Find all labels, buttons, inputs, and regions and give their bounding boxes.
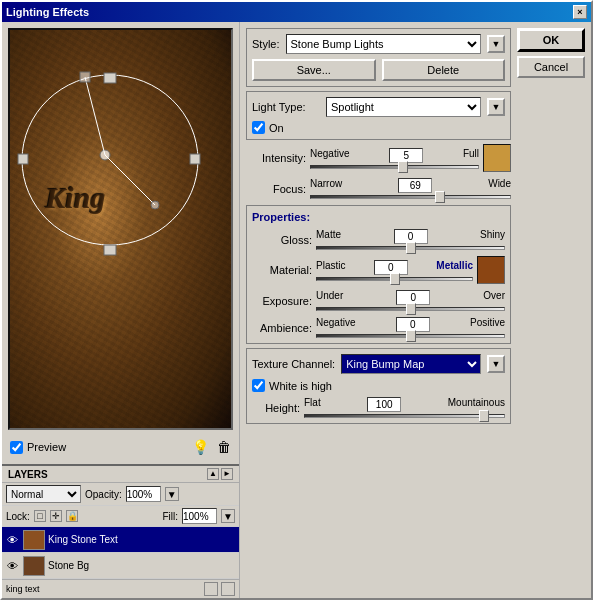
on-label: On [269, 122, 284, 134]
ambience-thumb[interactable] [406, 330, 416, 342]
lock-move[interactable]: ✛ [50, 510, 62, 522]
svg-point-7 [151, 201, 159, 209]
layers-lock-row: Lock: □ ✛ 🔒 Fill: ▼ [2, 506, 239, 527]
style-select[interactable]: Stone Bump Lights [286, 34, 481, 54]
layers-title: LAYERS [8, 469, 48, 480]
height-thumb[interactable] [479, 410, 489, 422]
lock-all[interactable]: 🔒 [66, 510, 78, 522]
layers-bottom-bar: king text [2, 579, 239, 598]
gloss-label: Gloss: [252, 234, 312, 246]
ok-button[interactable]: OK [517, 28, 585, 52]
white-high-label: White is high [269, 380, 332, 392]
add-light-icon[interactable]: 💡 [192, 439, 209, 455]
style-controls: Style: Stone Bump Lights ▼ Save... Delet… [246, 28, 511, 424]
fill-arrow[interactable]: ▼ [221, 509, 235, 523]
title-bar: Lighting Effects × [2, 2, 591, 22]
opacity-label: Opacity: [85, 489, 122, 500]
lock-pixel[interactable]: □ [34, 510, 46, 522]
focus-slider[interactable] [310, 195, 511, 199]
layer-row-stone-bg[interactable]: 👁 Stone Bg [2, 553, 239, 579]
layer-eye-1[interactable]: 👁 [4, 534, 20, 546]
layer-name-1: King Stone Text [48, 534, 118, 545]
opacity-arrow[interactable]: ▼ [165, 487, 179, 501]
layer-thumb-2 [23, 556, 45, 576]
texture-channel-label: Texture Channel: [252, 358, 335, 370]
fill-input[interactable] [182, 508, 217, 524]
right-panel: Style: Stone Bump Lights ▼ Save... Delet… [240, 22, 591, 598]
layers-delete-btn[interactable] [221, 582, 235, 596]
height-slider[interactable] [304, 414, 505, 418]
focus-label: Focus: [246, 183, 306, 195]
layers-bottom-label: king text [6, 584, 40, 594]
close-button[interactable]: × [573, 5, 587, 19]
layer-row-king-stone[interactable]: 👁 King Stone Text [2, 527, 239, 553]
focus-row: Focus: Narrow Wide [246, 178, 511, 199]
height-value[interactable] [367, 397, 401, 412]
gloss-slider[interactable] [316, 246, 505, 250]
material-right: Metallic [436, 260, 473, 275]
gloss-row: Gloss: Matte Shiny [252, 229, 505, 250]
save-button[interactable]: Save... [252, 59, 376, 81]
height-mountainous-label: Mountainous [448, 397, 505, 412]
preview-toolbar: Preview 💡 🗑 [8, 436, 233, 458]
intensity-thumb[interactable] [398, 161, 408, 173]
texture-arrow[interactable]: ▼ [487, 355, 505, 373]
texture-channel-select[interactable]: King Bump Map [341, 354, 481, 374]
style-dropdown-arrow[interactable]: ▼ [487, 35, 505, 53]
properties-label: Properties: [252, 211, 505, 223]
style-section: Style: Stone Bump Lights ▼ Save... Delet… [246, 28, 511, 87]
preview-checkbox[interactable] [10, 441, 23, 454]
preview-label: Preview [27, 441, 66, 453]
top-section: Style: Stone Bump Lights ▼ Save... Delet… [246, 28, 585, 424]
layers-panel: LAYERS ▲ ► Normal Opacity: ▼ [2, 464, 239, 598]
fill-label: Fill: [162, 511, 178, 522]
ambience-slider[interactable] [316, 334, 505, 338]
exposure-row: Exposure: Under Over [252, 290, 505, 311]
layer-thumb-1 [23, 530, 45, 550]
material-row: Material: Plastic Metallic [252, 256, 505, 284]
window-title: Lighting Effects [6, 6, 89, 18]
material-label: Material: [252, 264, 312, 276]
delete-light-icon[interactable]: 🗑 [217, 439, 231, 455]
white-high-checkbox[interactable] [252, 379, 265, 392]
intensity-slider[interactable] [310, 165, 479, 169]
white-high-row: White is high [252, 379, 505, 392]
opacity-input[interactable] [126, 486, 161, 502]
ambience-left: Negative [316, 317, 355, 332]
svg-rect-2 [104, 245, 116, 255]
height-label: Height: [252, 402, 300, 414]
height-row: Height: Flat Mountainous [252, 397, 505, 418]
layer-name-2: Stone Bg [48, 560, 89, 571]
intensity-label: Intensity: [246, 152, 306, 164]
layers-header: LAYERS ▲ ► [2, 466, 239, 483]
layer-eye-2[interactable]: 👁 [4, 560, 20, 572]
light-type-select[interactable]: Spotlight [326, 97, 481, 117]
material-color-swatch[interactable] [477, 256, 505, 284]
gloss-left: Matte [316, 229, 341, 244]
cancel-button[interactable]: Cancel [517, 56, 585, 78]
exposure-left: Under [316, 290, 343, 305]
light-type-arrow[interactable]: ▼ [487, 98, 505, 116]
focus-value[interactable] [398, 178, 432, 193]
light-type-section: Light Type: Spotlight ▼ On [246, 91, 511, 140]
material-thumb[interactable] [390, 273, 400, 285]
material-slider[interactable] [316, 277, 473, 281]
svg-line-6 [105, 155, 155, 205]
exposure-slider[interactable] [316, 307, 505, 311]
delete-button[interactable]: Delete [382, 59, 506, 81]
lighting-effects-window: Lighting Effects × King [0, 0, 593, 600]
preview-canvas: King [8, 28, 233, 430]
layers-add-btn[interactable] [204, 582, 218, 596]
svg-rect-1 [104, 73, 116, 83]
blend-mode-select[interactable]: Normal [6, 485, 81, 503]
exposure-thumb[interactable] [406, 303, 416, 315]
focus-thumb[interactable] [435, 191, 445, 203]
gloss-thumb[interactable] [406, 242, 416, 254]
intensity-color-swatch[interactable] [483, 144, 511, 172]
svg-rect-4 [190, 154, 200, 164]
properties-section: Properties: Gloss: Matte Shiny [246, 205, 511, 344]
layers-options[interactable]: ► [221, 468, 233, 480]
focus-right-label: Wide [488, 178, 511, 193]
on-checkbox[interactable] [252, 121, 265, 134]
layers-collapse[interactable]: ▲ [207, 468, 219, 480]
